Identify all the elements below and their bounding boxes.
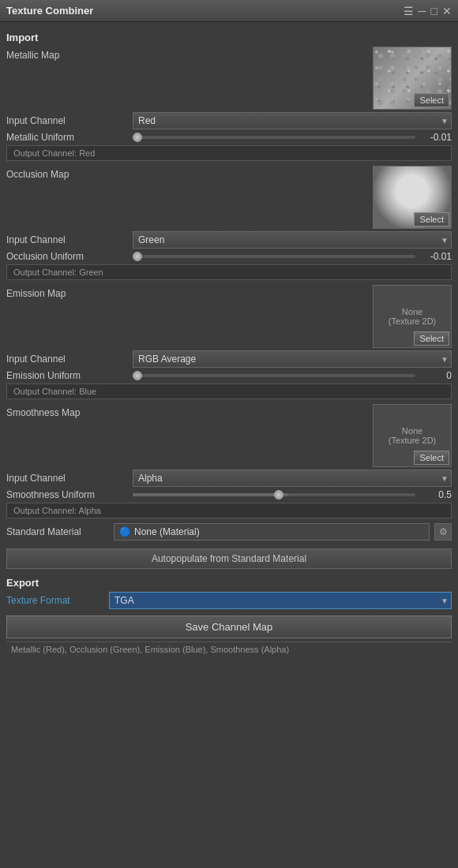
occlusion-uniform-label: Occlusion Uniform [6, 251, 133, 262]
occlusion-slider-container: -0.01 [133, 251, 452, 262]
list-icon[interactable]: ☰ [404, 5, 414, 17]
smoothness-thumb-area: None (Texture 2D) Select [133, 404, 452, 467]
metallic-map-row: Metallic Map Select [6, 47, 452, 110]
metallic-slider[interactable] [133, 136, 415, 139]
occlusion-uniform-row: Occlusion Uniform -0.01 [6, 251, 452, 262]
smoothness-map-row: Smoothness Map None (Texture 2D) Select [6, 404, 452, 467]
emission-select-button[interactable]: Select [414, 331, 449, 346]
emission-uniform-value: 0 [420, 370, 452, 381]
smoothness-uniform-label: Smoothness Uniform [6, 489, 133, 500]
smoothness-map-thumb-none: None (Texture 2D) Select [373, 404, 452, 467]
smoothness-input-channel-dropdown-wrapper: Red Green Blue Alpha RGB Average ▼ [133, 470, 452, 487]
emission-input-channel-select[interactable]: Red Green Blue Alpha RGB Average [133, 350, 452, 368]
occlusion-map-block: Occlusion Map Select Input Channel Red G… [6, 166, 452, 280]
metallic-input-channel-dropdown-wrapper: Red Green Blue Alpha RGB Average ▼ [133, 112, 452, 129]
smoothness-map-label: Smoothness Map [6, 404, 133, 418]
metallic-uniform-row: Metallic Uniform -0.01 [6, 132, 452, 143]
emission-thumb-area: None (Texture 2D) Select [133, 285, 452, 348]
metallic-input-channel-row: Input Channel Red Green Blue Alpha RGB A… [6, 112, 452, 129]
emission-none-text-line2: (Texture 2D) [389, 316, 437, 326]
emission-uniform-row: Emission Uniform 0 [6, 370, 452, 381]
emission-input-channel-row: Input Channel Red Green Blue Alpha RGB A… [6, 350, 452, 368]
occlusion-thumb-area: Select [133, 166, 452, 229]
metallic-select-button[interactable]: Select [414, 93, 449, 107]
emission-output-channel: Output Channel: Blue [6, 383, 452, 399]
title-bar: Texture Combiner ☰ ─ □ ✕ [0, 0, 458, 22]
smoothness-input-channel-select[interactable]: Red Green Blue Alpha RGB Average [133, 470, 452, 487]
standard-material-value: None (Material) [134, 526, 200, 537]
smoothness-input-channel-row: Input Channel Red Green Blue Alpha RGB A… [6, 470, 452, 487]
occlusion-input-channel-dropdown-wrapper: Red Green Blue Alpha RGB Average ▼ [133, 231, 452, 249]
texture-format-label: Texture Format [6, 595, 109, 606]
metallic-map-thumb: Select [373, 47, 452, 110]
occlusion-output-channel: Output Channel: Green [6, 264, 452, 280]
occlusion-select-button[interactable]: Select [414, 212, 449, 226]
emission-map-thumb-none: None (Texture 2D) Select [373, 285, 452, 348]
smoothness-slider[interactable] [133, 493, 415, 496]
emission-map-block: Emission Map None (Texture 2D) Select In… [6, 285, 452, 399]
texture-combiner-window: Texture Combiner ☰ ─ □ ✕ Import Metallic… [0, 0, 458, 868]
occlusion-input-channel-label: Input Channel [6, 234, 133, 245]
metallic-thumb-area: Select [133, 47, 452, 110]
metallic-input-channel-label: Input Channel [6, 115, 133, 126]
window-title: Texture Combiner [6, 5, 93, 17]
main-content: Import Metallic Map Select Input Channel… [0, 22, 458, 868]
smoothness-uniform-value: 0.5 [420, 489, 452, 500]
emission-map-label: Emission Map [6, 285, 133, 299]
smoothness-slider-container: 0.5 [133, 489, 452, 500]
occlusion-input-channel-select[interactable]: Red Green Blue Alpha RGB Average [133, 231, 452, 249]
smoothness-none-text-line2: (Texture 2D) [389, 436, 437, 445]
metallic-map-label: Metallic Map [6, 47, 133, 61]
import-header: Import [6, 32, 452, 43]
occlusion-slider[interactable] [133, 255, 415, 258]
smoothness-none-text-line1: None [402, 426, 422, 436]
texture-format-dropdown-wrapper: TGA PNG JPG EXR ▼ [109, 592, 452, 609]
occlusion-map-row: Occlusion Map Select [6, 166, 452, 229]
standard-material-label: Standard Material [6, 526, 109, 537]
emission-uniform-label: Emission Uniform [6, 370, 133, 381]
smoothness-uniform-row: Smoothness Uniform 0.5 [6, 489, 452, 500]
texture-format-select[interactable]: TGA PNG JPG EXR [109, 592, 452, 609]
smoothness-select-button[interactable]: Select [414, 451, 449, 465]
smoothness-input-channel-label: Input Channel [6, 473, 133, 484]
export-section: Export Texture Format TGA PNG JPG EXR ▼ … [6, 577, 452, 657]
metallic-output-channel: Output Channel: Red [6, 145, 452, 161]
emission-input-channel-dropdown-wrapper: Red Green Blue Alpha RGB Average ▼ [133, 350, 452, 368]
smoothness-output-channel: Output Channel: Alpha [6, 503, 452, 518]
minimize-icon[interactable]: ─ [419, 5, 426, 17]
occlusion-input-channel-row: Input Channel Red Green Blue Alpha RGB A… [6, 231, 452, 249]
metallic-input-channel-select[interactable]: Red Green Blue Alpha RGB Average [133, 112, 452, 129]
material-sphere-icon: 🔵 [119, 526, 131, 537]
occlusion-map-thumb: Select [373, 166, 452, 229]
metallic-map-block: Metallic Map Select Input Channel Red Gr… [6, 47, 452, 161]
metallic-slider-container: -0.01 [133, 132, 452, 143]
emission-input-channel-label: Input Channel [6, 354, 133, 365]
emission-slider[interactable] [133, 374, 415, 377]
export-header: Export [6, 577, 452, 589]
material-settings-button[interactable]: ⚙ [434, 523, 452, 541]
window-controls: ☰ ─ □ ✕ [404, 5, 452, 17]
autopopulate-button[interactable]: Autopopulate from Standard Material [6, 548, 452, 569]
close-icon[interactable]: ✕ [442, 5, 452, 17]
save-channel-map-button[interactable]: Save Channel Map [6, 615, 452, 638]
smoothness-map-block: Smoothness Map None (Texture 2D) Select … [6, 404, 452, 518]
maximize-icon[interactable]: □ [431, 5, 437, 17]
metallic-uniform-value: -0.01 [420, 132, 452, 143]
emission-map-row: Emission Map None (Texture 2D) Select [6, 285, 452, 348]
metallic-uniform-label: Metallic Uniform [6, 132, 133, 143]
occlusion-map-label: Occlusion Map [6, 166, 133, 180]
standard-material-dropdown[interactable]: 🔵 None (Material) [114, 523, 430, 541]
texture-format-row: Texture Format TGA PNG JPG EXR ▼ [6, 592, 452, 609]
standard-material-row: Standard Material 🔵 None (Material) ⚙ [6, 523, 452, 541]
emission-slider-container: 0 [133, 370, 452, 381]
occlusion-uniform-value: -0.01 [420, 251, 452, 262]
emission-none-text-line1: None [402, 307, 422, 316]
channel-info: Metallic (Red), Occlusion (Green), Emiss… [6, 642, 452, 657]
